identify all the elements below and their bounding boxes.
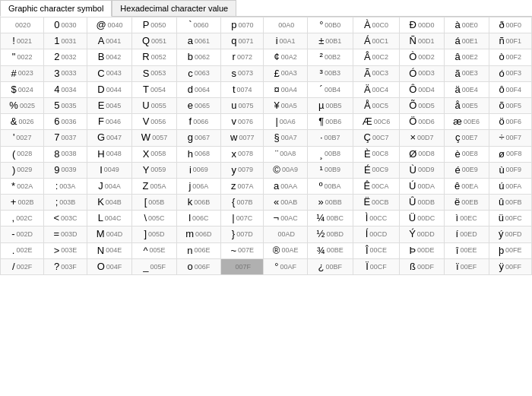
table-cell[interactable]: «00AB: [264, 195, 307, 211]
table-cell[interactable]: H0048: [87, 146, 132, 162]
table-cell[interactable]: o006F: [176, 258, 220, 274]
table-cell[interactable]: è00E8: [444, 146, 489, 162]
table-cell[interactable]: ¼00BC: [307, 211, 353, 227]
table-cell[interactable]: 10031: [44, 33, 87, 49]
table-cell[interactable]: í00ED: [444, 227, 489, 242]
table-cell[interactable]: s0073: [221, 65, 264, 81]
table-cell[interactable]: e0065: [176, 97, 220, 113]
table-cell[interactable]: ¥00A5: [264, 97, 307, 113]
table-cell[interactable]: ý00FD: [489, 227, 531, 242]
table-cell[interactable]: ü00FC: [489, 211, 531, 227]
table-cell[interactable]: P0050: [132, 17, 176, 33]
table-cell[interactable]: t0074: [221, 81, 264, 97]
table-cell[interactable]: $0024: [1, 81, 44, 97]
table-cell[interactable]: z007A: [221, 178, 264, 194]
table-cell[interactable]: Ä00C4: [353, 81, 400, 97]
table-cell[interactable]: ?003F: [44, 258, 87, 274]
table-cell[interactable]: q0071: [221, 33, 264, 49]
table-cell[interactable]: V0056: [132, 114, 176, 130]
table-cell[interactable]: L004C: [87, 211, 132, 227]
table-cell[interactable]: }007D: [221, 227, 264, 242]
table-cell[interactable]: ½00BD: [307, 227, 353, 242]
table-cell[interactable]: -002D: [1, 227, 44, 242]
table-cell[interactable]: ^005E: [132, 242, 176, 258]
table-cell[interactable]: E0045: [87, 97, 132, 113]
table-cell[interactable]: ¤00A4: [264, 81, 307, 97]
table-cell[interactable]: !0021: [1, 33, 44, 49]
table-cell[interactable]: Õ00D5: [400, 97, 444, 113]
table-cell[interactable]: '0027: [1, 130, 44, 146]
table-cell[interactable]: B0042: [87, 49, 132, 65]
table-cell[interactable]: N004E: [87, 242, 132, 258]
table-cell[interactable]: ×00D7: [400, 130, 444, 146]
table-cell[interactable]: _005F: [132, 258, 176, 274]
table-cell[interactable]: ®00AE: [264, 242, 307, 258]
table-cell[interactable]: Â00C2: [353, 49, 400, 65]
table-cell[interactable]: (0028: [1, 146, 44, 162]
table-cell[interactable]: Q0051: [132, 33, 176, 49]
table-cell[interactable]: M004D: [87, 227, 132, 242]
tab-hex-value[interactable]: Hexadecimal character value: [112, 0, 236, 16]
table-cell[interactable]: ²00B2: [307, 49, 353, 65]
table-cell[interactable]: Ö00D6: [400, 114, 444, 130]
table-cell[interactable]: 40034: [44, 81, 87, 97]
table-cell[interactable]: f0066: [176, 114, 220, 130]
table-cell[interactable]: O004F: [87, 258, 132, 274]
table-cell[interactable]: K004B: [87, 195, 132, 211]
table-cell[interactable]: Ý00DD: [400, 227, 444, 242]
table-cell[interactable]: ³00B3: [307, 65, 353, 81]
table-cell[interactable]: ¹00B9: [307, 162, 353, 178]
table-cell[interactable]: Y0059: [132, 162, 176, 178]
table-cell[interactable]: ¶00B6: [307, 114, 353, 130]
table-cell[interactable]: ï00EF: [444, 258, 489, 274]
table-cell[interactable]: Ú00DA: [400, 178, 444, 194]
table-cell[interactable]: Î00CE: [353, 242, 400, 258]
table-cell[interactable]: A0041: [87, 33, 132, 49]
table-cell[interactable]: »00BB: [307, 195, 353, 211]
table-cell[interactable]: ;003B: [44, 195, 87, 211]
table-cell[interactable]: +002B: [1, 195, 44, 211]
table-cell[interactable]: g0067: [176, 130, 220, 146]
table-cell[interactable]: #0023: [1, 65, 44, 81]
table-cell[interactable]: T0054: [132, 81, 176, 97]
table-cell[interactable]: É00C9: [353, 162, 400, 178]
table-cell[interactable]: y0079: [221, 162, 264, 178]
table-cell[interactable]: ó00F3: [489, 65, 531, 81]
table-cell[interactable]: Ø00D8: [400, 146, 444, 162]
table-cell[interactable]: Ó00D3: [400, 65, 444, 81]
table-cell[interactable]: x0078: [221, 146, 264, 162]
table-cell[interactable]: â00E2: [444, 49, 489, 65]
table-cell[interactable]: û00FB: [489, 195, 531, 211]
table-cell[interactable]: 20032: [44, 49, 87, 65]
table-cell[interactable]: Ò00D2: [400, 49, 444, 65]
table-cell[interactable]: a00AA: [264, 178, 307, 194]
table-cell[interactable]: 00030: [44, 17, 87, 33]
table-cell[interactable]: Þ00DE: [400, 242, 444, 258]
table-cell[interactable]: |00A6: [264, 114, 307, 130]
table-cell[interactable]: i00A1: [264, 33, 307, 49]
table-cell[interactable]: :003A: [44, 178, 87, 194]
table-cell[interactable]: ð00F0: [489, 17, 531, 33]
table-cell[interactable]: á00E1: [444, 33, 489, 49]
table-cell[interactable]: I0049: [87, 162, 132, 178]
table-cell[interactable]: S0053: [132, 65, 176, 81]
table-cell[interactable]: %0025: [1, 97, 44, 113]
table-cell[interactable]: ,002C: [1, 211, 44, 227]
table-cell[interactable]: ê00EA: [444, 178, 489, 194]
table-cell[interactable]: ÿ00FF: [489, 258, 531, 274]
table-cell[interactable]: j006A: [176, 178, 220, 194]
table-cell[interactable]: >003E: [44, 242, 87, 258]
table-cell[interactable]: Ù00D9: [400, 162, 444, 178]
table-cell[interactable]: ­00AD: [264, 227, 307, 242]
table-cell[interactable]: k006B: [176, 195, 220, 211]
table-cell[interactable]: °00B0: [307, 17, 353, 33]
table-cell[interactable]: u0075: [221, 97, 264, 113]
table-cell[interactable]: ¿00BF: [307, 258, 353, 274]
table-cell[interactable]: î00EE: [444, 242, 489, 258]
table-cell[interactable]: Ë00CB: [353, 195, 400, 211]
table-cell[interactable]: Ñ00D1: [400, 33, 444, 49]
table-cell[interactable]: i0069: [176, 162, 220, 178]
table-cell[interactable]: n006E: [176, 242, 220, 258]
table-cell[interactable]: G0047: [87, 130, 132, 146]
table-cell[interactable]: ]005D: [132, 227, 176, 242]
